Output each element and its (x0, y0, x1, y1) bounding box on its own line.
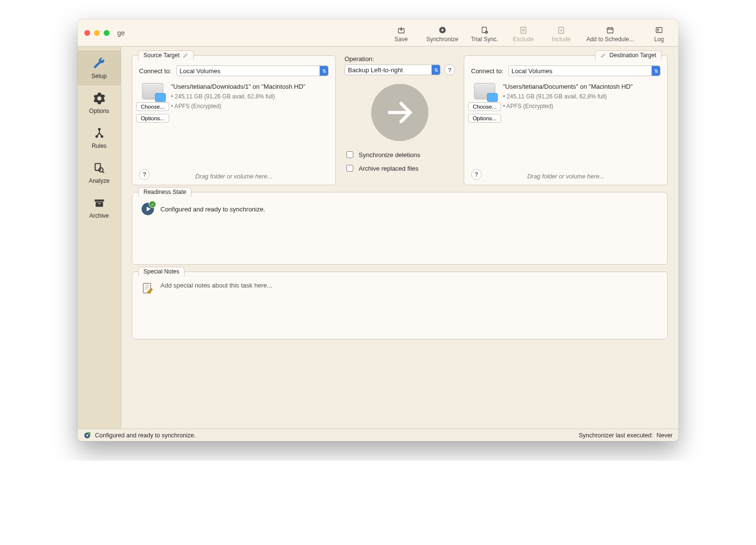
chevron-updown-icon: ⇅ (651, 66, 660, 76)
magnifier-icon (92, 161, 107, 176)
close-window-button[interactable] (84, 30, 90, 36)
dest-volume-info: "Users/tetiana/Documents" on "Macintosh … (503, 83, 661, 123)
source-target-group: Source Target Connect to: Local Volumes … (132, 55, 336, 185)
operation-help-button[interactable]: ? (444, 64, 455, 75)
source-choose-button[interactable]: Choose... (136, 102, 169, 111)
main-panel: Source Target Connect to: Local Volumes … (121, 47, 678, 429)
sidebar-item-rules[interactable]: Rules (78, 120, 121, 155)
zoom-window-button[interactable] (104, 30, 110, 36)
sidebar-item-archive[interactable]: Archive (78, 190, 121, 225)
window-title: ge (117, 29, 125, 37)
pencil-icon[interactable] (183, 52, 189, 58)
dest-meta-fs: • APFS (Encrypted) (503, 103, 661, 110)
source-path: "Users/tetiana/Downloads/1" on "Macintos… (171, 83, 329, 90)
sync-deletions-checkbox[interactable]: Synchronize deletions (345, 150, 455, 160)
trial-sync-icon (480, 25, 489, 35)
play-circle-icon (438, 25, 447, 35)
operation-select[interactable]: Backup Left-to-right ⇅ (345, 64, 441, 75)
exclude-icon (519, 25, 528, 35)
minimize-window-button[interactable] (94, 30, 100, 36)
source-volume-info: "Users/tetiana/Downloads/1" on "Macintos… (171, 83, 329, 123)
toolbar: Save Synchronize Trial Sync. Exclude (389, 23, 672, 43)
svg-rect-13 (94, 199, 104, 201)
destination-target-tab: Destination Target (595, 50, 662, 60)
window-controls (84, 30, 110, 36)
status-bar: Configured and ready to synchronize. Syn… (78, 429, 678, 441)
pencil-icon[interactable] (600, 52, 606, 58)
rules-icon (92, 126, 107, 141)
status-icon (83, 432, 91, 439)
readiness-tab: Readiness State (138, 187, 191, 197)
dest-volume-icon-col: Choose... Options... (471, 83, 498, 123)
operation-label: Operation: (345, 55, 455, 63)
source-meta-fs: • APFS (Encrypted) (171, 103, 329, 110)
dest-drop-hint: Drag folder or volume here... (527, 173, 604, 180)
destination-target-group: Destination Target Connect to: Local Vol… (464, 55, 668, 185)
status-text: Configured and ready to synchronize. (95, 432, 196, 439)
archive-icon (92, 196, 107, 210)
include-button: Include (549, 25, 574, 43)
dest-connect-select[interactable]: Local Volumes ⇅ (508, 65, 661, 76)
log-button[interactable]: Log (646, 25, 672, 43)
save-button[interactable]: Save (389, 25, 414, 43)
source-options-button[interactable]: Options... (136, 114, 169, 123)
source-connect-select[interactable]: Local Volumes ⇅ (176, 65, 329, 76)
synchronize-button[interactable]: Synchronize (426, 25, 458, 43)
drive-icon (474, 83, 495, 99)
special-notes-group: Special Notes Add special notes about th… (132, 272, 668, 339)
trial-sync-button[interactable]: Trial Sync. (471, 25, 498, 43)
calendar-icon (605, 25, 615, 35)
drive-icon (142, 83, 163, 99)
svg-point-10 (101, 136, 102, 137)
chevron-updown-icon: ⇅ (431, 65, 440, 75)
direction-indicator (371, 84, 428, 141)
dest-options-button[interactable]: Options... (468, 114, 501, 123)
sidebar-item-options[interactable]: Options (78, 85, 121, 120)
readiness-group: Readiness State Configured and ready to … (132, 192, 668, 265)
window-body: Setup Options Rules Analyze (78, 47, 678, 429)
readiness-text: Configured and ready to synchronize. (160, 206, 265, 213)
dest-drop-hint-row: ? Drag folder or volume here... (471, 168, 661, 180)
ready-status-icon (141, 202, 155, 216)
special-notes-tab: Special Notes (138, 267, 185, 276)
source-drop-hint: Drag folder or volume here... (195, 173, 272, 180)
dest-choose-button[interactable]: Choose... (468, 102, 501, 111)
log-icon (654, 25, 664, 35)
svg-point-8 (98, 128, 100, 130)
archive-replaced-checkbox[interactable]: Archive replaced files (345, 163, 455, 173)
svg-rect-14 (95, 202, 103, 207)
dest-path: "Users/tetiana/Documents" on "Macintosh … (503, 83, 661, 90)
note-pencil-icon (141, 282, 155, 295)
dest-meta-size: • 245,11 GB (91,26 GB avail, 62,8% full) (503, 93, 661, 100)
source-drop-hint-row: ? Drag folder or volume here... (139, 168, 329, 180)
notes-editor[interactable]: Add special notes about this task here..… (139, 279, 661, 298)
include-icon (556, 25, 566, 35)
dest-help-button[interactable]: ? (471, 169, 482, 180)
save-icon (396, 25, 406, 35)
arrow-right-icon (384, 97, 415, 128)
add-to-schedule-button[interactable]: Add to Schedule... (586, 25, 634, 43)
svg-rect-11 (95, 163, 100, 170)
source-connect-label: Connect to: (139, 67, 172, 75)
notes-placeholder: Add special notes about this task here..… (160, 282, 272, 289)
svg-rect-6 (607, 28, 613, 33)
source-volume-icon-col: Choose... Options... (139, 83, 166, 123)
exclude-button: Exclude (511, 25, 536, 43)
chevron-updown-icon: ⇅ (319, 66, 328, 76)
titlebar: ge Save Synchronize Trial Sync. (78, 19, 678, 47)
sidebar-item-setup[interactable]: Setup (78, 50, 121, 85)
sidebar-item-analyze[interactable]: Analyze (78, 155, 121, 190)
sidebar: Setup Options Rules Analyze (78, 47, 121, 429)
targets-row: Source Target Connect to: Local Volumes … (132, 55, 668, 185)
source-help-button[interactable]: ? (139, 169, 150, 180)
wrench-icon (92, 56, 107, 71)
status-last-executed: Synchronizer last executed: Never (579, 432, 673, 439)
operation-column: Operation: Backup Left-to-right ⇅ ? Sync… (345, 55, 455, 185)
dest-connect-label: Connect to: (471, 67, 504, 75)
svg-point-9 (95, 136, 97, 137)
gear-icon (92, 91, 107, 106)
svg-rect-15 (98, 203, 100, 204)
app-window: ge Save Synchronize Trial Sync. (78, 19, 678, 441)
source-meta-size: • 245,11 GB (91,26 GB avail, 62,8% full) (171, 93, 329, 100)
source-target-tab: Source Target (138, 50, 194, 60)
